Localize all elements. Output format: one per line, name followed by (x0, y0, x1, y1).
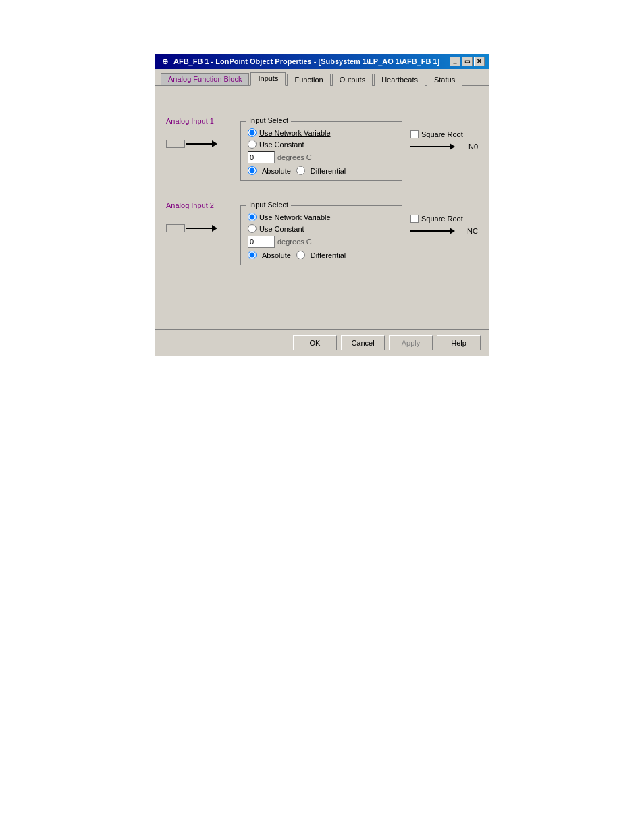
input1-network-variable-row: Use Network Variable (248, 128, 395, 137)
minimize-button[interactable]: _ (450, 57, 460, 66)
content-area: Analog Input 1 Input Select Use Network … (155, 86, 489, 329)
window: ⊕ AFB_FB 1 - LonPoint Object Properties … (155, 54, 489, 356)
input1-use-constant-row: Use Constant (248, 140, 395, 149)
input1-arrow-line (186, 143, 213, 145)
input2-output-label: NC (458, 227, 478, 235)
tab-heartbeats[interactable]: Heartbeats (374, 74, 425, 86)
input1-degrees-label: degrees C (277, 153, 312, 161)
input1-use-constant-label: Use Constant (259, 140, 304, 149)
input1-use-constant-radio[interactable] (248, 140, 257, 149)
input2-group-box: Input Select Use Network Variable Use Co… (240, 205, 402, 265)
input2-output-row: NC (410, 227, 478, 235)
input1-absolute-radio[interactable] (248, 166, 257, 175)
input2-arrow-line (186, 228, 213, 229)
tab-inputs[interactable]: Inputs (250, 72, 286, 86)
input2-constant-row: degrees C (248, 236, 395, 248)
input2-differential-label: Differential (311, 251, 346, 259)
input2-row: Analog Input 2 Input Select Use Network … (166, 192, 478, 265)
input2-absolute-label: Absolute (262, 251, 291, 259)
input2-use-constant-radio[interactable] (248, 224, 257, 233)
input2-use-network-variable-label: Use Network Variable (259, 213, 331, 221)
restore-button[interactable]: ▭ (462, 57, 473, 66)
input1-constant-input[interactable] (248, 151, 275, 163)
tab-analog-function-block[interactable]: Analog Function Block (161, 73, 249, 85)
tab-bar: Analog Function Block Inputs Function Ou… (155, 69, 489, 86)
input1-use-network-variable-radio[interactable] (248, 128, 257, 137)
input2-constant-input[interactable] (248, 236, 275, 248)
input2-abs-diff-row: Absolute Differential (248, 251, 395, 259)
input1-differential-label: Differential (311, 167, 346, 175)
input2-arrow (166, 224, 213, 232)
input2-output-line (410, 230, 451, 232)
input1-output-label: N0 (458, 142, 478, 151)
input2-absolute-radio[interactable] (248, 251, 257, 259)
input2-use-network-variable-radio[interactable] (248, 213, 257, 221)
window-title: AFB_FB 1 - LonPoint Object Properties - … (173, 57, 439, 66)
input1-label-col: Analog Input 1 (166, 107, 240, 148)
input2-right-col: Square Root NC (410, 212, 478, 235)
input1-group-box: Input Select Use Network Variable Use Co… (240, 121, 402, 181)
tab-status[interactable]: Status (427, 74, 462, 86)
input2-network-variable-row: Use Network Variable (248, 213, 395, 221)
tab-function[interactable]: Function (287, 74, 330, 86)
close-button[interactable]: ✕ (474, 57, 485, 66)
input1-row: Analog Input 1 Input Select Use Network … (166, 107, 478, 181)
input1-rect (166, 140, 185, 148)
app-icon: ⊕ (159, 56, 170, 67)
input1-output-row: N0 (410, 142, 478, 151)
input1-use-network-variable-label: Use Network Variable (259, 129, 331, 137)
input1-square-root-checkbox[interactable] (410, 130, 419, 138)
input2-square-root-row: Square Root (410, 215, 463, 223)
input1-group-legend: Input Select (246, 116, 291, 124)
input2-square-root-label: Square Root (421, 215, 463, 223)
input1-square-root-row: Square Root (410, 130, 463, 138)
input1-differential-radio[interactable] (296, 166, 305, 175)
input2-degrees-label: degrees C (277, 238, 312, 246)
bottom-bar: OK Cancel Apply Help (155, 329, 489, 356)
input1-absolute-label: Absolute (262, 167, 291, 175)
title-bar: ⊕ AFB_FB 1 - LonPoint Object Properties … (155, 54, 489, 69)
input2-group-legend: Input Select (246, 201, 291, 209)
input1-abs-diff-row: Absolute Differential (248, 166, 395, 175)
tab-outputs[interactable]: Outputs (332, 74, 373, 86)
input1-right-col: Square Root N0 (410, 128, 478, 151)
dialog-window: ⊕ AFB_FB 1 - LonPoint Object Properties … (155, 54, 489, 356)
ok-button[interactable]: OK (293, 335, 337, 350)
input1-output-line (410, 146, 451, 147)
input1-constant-row: degrees C (248, 151, 395, 163)
input2-rect (166, 224, 185, 232)
input1-square-root-label: Square Root (421, 130, 463, 138)
input2-use-constant-label: Use Constant (259, 225, 304, 233)
apply-button[interactable]: Apply (389, 335, 433, 350)
input2-label: Analog Input 2 (166, 201, 227, 209)
input2-label-col: Analog Input 2 (166, 192, 240, 232)
input1-label: Analog Input 1 (166, 117, 227, 125)
input2-square-root-checkbox[interactable] (410, 215, 419, 223)
input1-arrow (166, 140, 213, 148)
input2-use-constant-row: Use Constant (248, 224, 395, 233)
input2-differential-radio[interactable] (296, 251, 305, 259)
help-button[interactable]: Help (437, 335, 481, 350)
cancel-button[interactable]: Cancel (341, 335, 385, 350)
